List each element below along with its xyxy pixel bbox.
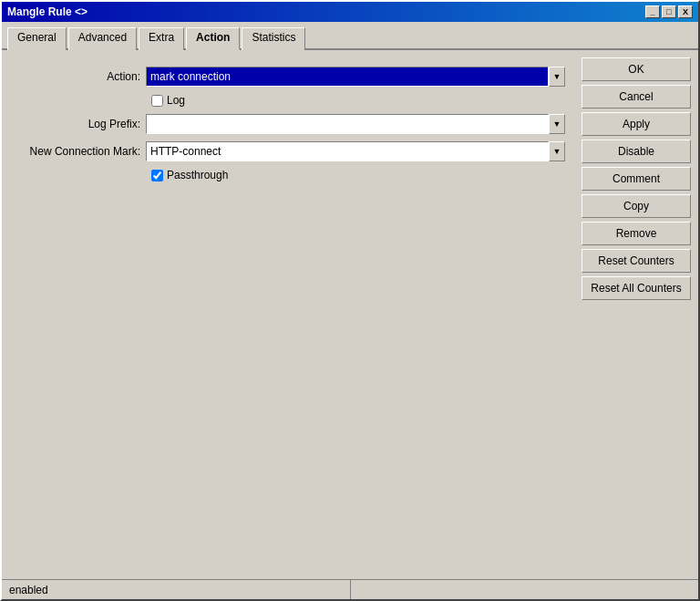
maximize-button[interactable]: □ [662, 5, 676, 18]
title-buttons: _ □ X [645, 5, 693, 18]
action-control-wrap: mark connection ▼ [146, 67, 565, 87]
log-prefix-row: Log Prefix: ▼ [18, 114, 565, 134]
passthrough-checkbox[interactable] [151, 170, 163, 181]
apply-button[interactable]: Apply [582, 112, 691, 136]
log-label: Log [167, 94, 185, 107]
main-window: Mangle Rule <> _ □ X General Advanced Ex… [0, 0, 700, 601]
reset-counters-button[interactable]: Reset Counters [582, 249, 691, 273]
comment-button[interactable]: Comment [582, 167, 691, 191]
tab-advanced[interactable]: Advanced [68, 27, 137, 50]
close-button[interactable]: X [678, 5, 693, 18]
minimize-button[interactable]: _ [645, 5, 660, 18]
action-dropdown-arrow[interactable]: ▼ [549, 67, 565, 87]
remove-button[interactable]: Remove [582, 222, 691, 245]
action-label: Action: [18, 70, 146, 83]
disable-button[interactable]: Disable [582, 140, 691, 163]
cancel-button[interactable]: Cancel [582, 85, 691, 109]
passthrough-label: Passthrough [167, 169, 228, 181]
status-left: enabled [5, 580, 351, 599]
passthrough-checkbox-row: Passthrough [151, 169, 565, 181]
log-prefix-label: Log Prefix: [18, 118, 146, 130]
side-buttons: OK Cancel Apply Disable Comment Copy Rem… [582, 57, 691, 572]
status-bar: enabled [2, 579, 698, 599]
copy-button[interactable]: Copy [582, 194, 691, 218]
action-dropdown-field[interactable]: mark connection [146, 67, 549, 87]
log-checkbox-row: Log [151, 94, 565, 107]
tab-statistics[interactable]: Statistics [242, 27, 305, 50]
log-checkbox[interactable] [151, 95, 163, 107]
new-conn-mark-row: New Connection Mark: HTTP-connect ▼ [18, 141, 565, 161]
log-prefix-dropdown-arrow[interactable]: ▼ [549, 114, 565, 134]
tab-general[interactable]: General [7, 27, 67, 50]
log-prefix-input[interactable] [146, 114, 549, 134]
log-prefix-control-wrap: ▼ [146, 114, 565, 134]
new-conn-mark-label: New Connection Mark: [18, 145, 146, 158]
ok-button[interactable]: OK [582, 57, 691, 81]
action-row: Action: mark connection ▼ [18, 67, 565, 87]
new-conn-mark-dropdown-field[interactable]: HTTP-connect [146, 141, 549, 161]
status-right [351, 580, 695, 599]
tab-extra[interactable]: Extra [139, 27, 184, 50]
title-bar: Mangle Rule <> _ □ X [2, 2, 698, 22]
new-conn-mark-dropdown-arrow[interactable]: ▼ [549, 141, 565, 161]
content-area: Action: mark connection ▼ Log Log Prefix… [2, 50, 698, 579]
tabs-bar: General Advanced Extra Action Statistics [2, 22, 698, 50]
main-panel: Action: mark connection ▼ Log Log Prefix… [9, 57, 574, 572]
window-title: Mangle Rule <> [7, 5, 88, 18]
tab-action[interactable]: Action [186, 27, 240, 50]
reset-all-counters-button[interactable]: Reset All Counters [582, 276, 691, 300]
new-conn-mark-control-wrap: HTTP-connect ▼ [146, 141, 565, 161]
